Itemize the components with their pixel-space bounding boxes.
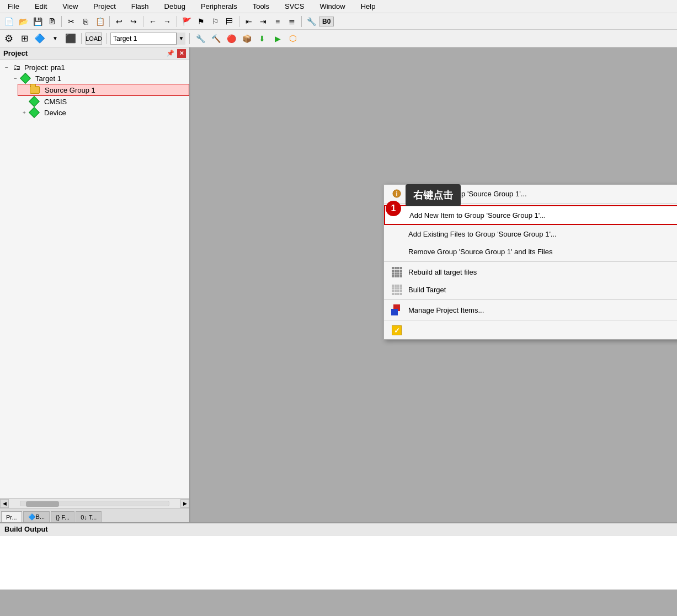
- ctx-manage[interactable]: Manage Project Items...: [384, 301, 677, 319]
- target-select-value: Target 1: [113, 35, 137, 42]
- context-menu: i Options for Group 'Source Group 1'... …: [383, 184, 677, 340]
- build-target-button[interactable]: 🔨: [209, 33, 222, 45]
- paste-button[interactable]: 📋: [93, 15, 106, 28]
- sep6: [301, 16, 302, 27]
- save-button[interactable]: 💾: [31, 15, 44, 28]
- step1-badge: 1: [386, 201, 401, 216]
- project-name-label: Project: pra1: [24, 63, 65, 72]
- config-button[interactable]: ⬛: [64, 33, 77, 45]
- menu-edit[interactable]: Edit: [31, 1, 50, 12]
- build-target-icon: [391, 283, 403, 296]
- download-button[interactable]: ⬇: [255, 33, 269, 45]
- tab-project[interactable]: Pr...: [1, 511, 22, 522]
- tab-templates[interactable]: 0↓ T...: [76, 511, 102, 522]
- start-debug-button[interactable]: ▶: [271, 33, 284, 45]
- menu-svcs[interactable]: SVCS: [281, 1, 307, 12]
- menu-project[interactable]: Project: [90, 1, 119, 12]
- tree-item-target1[interactable]: − Target 1: [9, 73, 189, 84]
- bookmark4-button[interactable]: ⛿: [223, 15, 236, 28]
- expand-device[interactable]: +: [20, 108, 29, 117]
- pin-icon[interactable]: 📌: [166, 49, 175, 58]
- ctx-add-new-label: Add New Item to Group 'Source Group 1'..…: [409, 211, 677, 219]
- project-panel-title: Project: [3, 49, 28, 57]
- ctx-show-deps[interactable]: ✓: [384, 322, 677, 339]
- project-panel-header: Project 📌 ✕: [0, 47, 189, 60]
- tree-item-cmsis[interactable]: CMSIS: [18, 96, 189, 107]
- project-tree: − 🗂 Project: pra1 − Target 1 Source Grou…: [0, 60, 189, 498]
- misc1-button[interactable]: 🔧: [305, 15, 318, 28]
- ctx-add-existing-label: Add Existing Files to Group 'Source Grou…: [408, 230, 677, 238]
- ctx-build-target[interactable]: Build Target F7: [384, 281, 677, 298]
- menu-view[interactable]: View: [59, 1, 81, 12]
- bookmark2-button[interactable]: ⚑: [194, 15, 207, 28]
- align2-button[interactable]: ≣: [285, 15, 298, 28]
- cut-button[interactable]: ✂: [65, 15, 78, 28]
- align1-button[interactable]: ≡: [271, 15, 284, 28]
- bookmark3-button[interactable]: ⚐: [209, 15, 222, 28]
- open-file-button[interactable]: 📂: [17, 15, 30, 28]
- target-select-arrow[interactable]: ▼: [177, 33, 185, 45]
- scroll-thumb[interactable]: [26, 501, 59, 507]
- device-icon: [29, 108, 40, 117]
- nav-back-button[interactable]: ←: [146, 15, 159, 28]
- menu-debug[interactable]: Debug: [161, 1, 189, 12]
- tab-functions-label: {} F...: [56, 514, 70, 521]
- manage-multi-button[interactable]: 🔧: [194, 33, 207, 45]
- build-config-button[interactable]: ⚙: [2, 33, 15, 45]
- nav-fwd-button[interactable]: →: [161, 15, 174, 28]
- redo-button[interactable]: ↪: [127, 15, 140, 28]
- rebuild-button[interactable]: 🔴: [225, 33, 238, 45]
- download-run-button[interactable]: ⬡: [286, 33, 300, 45]
- project-scrollbar[interactable]: ◀ ▶: [0, 498, 189, 508]
- bottom-panel: Build Output: [0, 522, 677, 588]
- menu-file[interactable]: File: [4, 1, 23, 12]
- tooltip-right-click: 右键点击: [406, 184, 461, 206]
- tree-item-source-group1[interactable]: Source Group 1: [18, 84, 189, 96]
- menu-peripherals[interactable]: Peripherals: [198, 1, 241, 12]
- tab-books[interactable]: 🔷B...: [23, 511, 50, 522]
- load-button[interactable]: LOAD: [86, 33, 102, 45]
- tab-functions[interactable]: {} F...: [51, 511, 74, 522]
- expand-cmsis[interactable]: [20, 97, 29, 106]
- expand-target1[interactable]: −: [11, 74, 20, 83]
- ctx-sep3: [384, 299, 677, 300]
- new-file-button[interactable]: 📄: [2, 15, 15, 28]
- ctx-rebuild[interactable]: Rebuild all target files: [384, 263, 677, 281]
- ctx-add-new[interactable]: Add New Item to Group 'Source Group 1'..…: [384, 205, 677, 225]
- components-button[interactable]: 🔷: [33, 33, 46, 45]
- scroll-right-arrow[interactable]: ▶: [180, 499, 189, 508]
- arrow-down-button[interactable]: ▼: [49, 33, 62, 45]
- ctx-remove-group[interactable]: Remove Group 'Source Group 1' and its Fi…: [384, 243, 677, 260]
- menu-window[interactable]: Window: [316, 1, 348, 12]
- expand-sg1[interactable]: [20, 85, 29, 94]
- indent-button[interactable]: ⇤: [242, 15, 255, 28]
- save-all-button[interactable]: 🖹: [45, 15, 58, 28]
- content-area: i Options for Group 'Source Group 1'... …: [190, 47, 677, 522]
- scroll-left-arrow[interactable]: ◀: [0, 499, 9, 508]
- options-icon: i: [391, 188, 403, 200]
- tree-item-project[interactable]: − 🗂 Project: pra1: [0, 62, 189, 73]
- ctx-manage-label: Manage Project Items...: [408, 306, 677, 314]
- expand-project[interactable]: −: [2, 63, 11, 72]
- menu-tools[interactable]: Tools: [249, 1, 273, 12]
- copy-button[interactable]: ⎘: [79, 15, 92, 28]
- add-existing-icon: [391, 228, 403, 240]
- close-icon[interactable]: ✕: [177, 49, 186, 58]
- source-group1-label: Source Group 1: [45, 86, 95, 94]
- outdent-button[interactable]: ⇥: [257, 15, 270, 28]
- ctx-add-existing[interactable]: Add Existing Files to Group 'Source Grou…: [384, 225, 677, 243]
- dbg-settings-button[interactable]: ⊞: [18, 33, 31, 45]
- b0-badge: B0: [319, 17, 334, 26]
- target-select-input[interactable]: Target 1: [110, 33, 177, 45]
- menu-help[interactable]: Help: [358, 1, 379, 12]
- batch-build-button[interactable]: 📦: [240, 33, 253, 45]
- tree-item-device[interactable]: + Device: [18, 107, 189, 118]
- sep8: [106, 33, 106, 44]
- bookmark1-button[interactable]: 🚩: [180, 15, 193, 28]
- undo-button[interactable]: ↩: [113, 15, 126, 28]
- cmsis-label: CMSIS: [44, 98, 67, 106]
- build-output-content: [0, 535, 677, 590]
- sep9: [189, 33, 190, 44]
- menu-flash[interactable]: Flash: [128, 1, 152, 12]
- project-panel: Project 📌 ✕ − 🗂 Project: pra1 − Target 1: [0, 47, 190, 522]
